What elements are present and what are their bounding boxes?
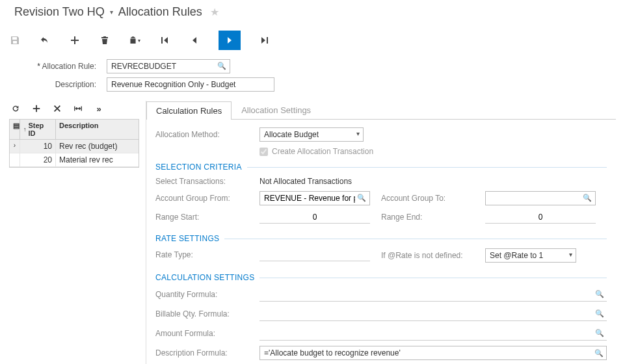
row-step: 10 xyxy=(20,140,56,153)
undo-icon[interactable] xyxy=(39,34,51,46)
save-icon[interactable] xyxy=(9,34,21,46)
description-input[interactable] xyxy=(107,77,274,92)
first-icon[interactable] xyxy=(159,34,170,46)
delete-icon[interactable] xyxy=(99,34,111,46)
select-trans-value: Not Allocated Transactions xyxy=(259,177,352,186)
allocation-rule-input[interactable] xyxy=(107,59,230,73)
row-step: 20 xyxy=(20,153,56,166)
select-trans-label: Select Transactions: xyxy=(155,177,259,186)
billable-qty-formula-input[interactable]: 🔍 xyxy=(259,307,607,321)
allocation-rule-label: Allocation Rule: xyxy=(9,62,107,71)
create-alloc-trans-checkbox xyxy=(259,148,268,156)
allocation-method-label: Allocation Method: xyxy=(155,130,259,139)
billable-qty-formula-label: Billable Qty. Formula: xyxy=(155,309,259,318)
search-icon: 🔍 xyxy=(595,309,604,318)
quantity-formula-input[interactable]: 🔍 xyxy=(259,287,607,302)
section-selection-criteria: SELECTION CRITERIA xyxy=(155,162,242,172)
account-group-to-input[interactable] xyxy=(485,191,596,205)
grid-add-icon[interactable] xyxy=(31,103,42,114)
range-end-label: Range End: xyxy=(381,213,485,222)
rate-undefined-label: If @Rate is not defined: xyxy=(381,251,485,260)
clipboard-icon[interactable]: ▾ xyxy=(129,34,140,46)
next-icon[interactable] xyxy=(219,31,241,50)
add-icon[interactable] xyxy=(69,34,81,46)
search-icon: 🔍 xyxy=(595,290,604,298)
range-start-label: Range Start: xyxy=(155,213,259,222)
rate-type-label: Rate Type: xyxy=(155,250,259,259)
account-group-from-label: Account Group From: xyxy=(155,194,259,203)
page-title-org: Revision Two HQ xyxy=(14,5,105,19)
grid-fit-icon[interactable] xyxy=(73,103,83,114)
description-label: Description: xyxy=(9,80,107,89)
grid-delete-icon[interactable] xyxy=(52,103,62,114)
chevron-down-icon[interactable]: ▾ xyxy=(110,8,113,16)
star-icon[interactable]: ★ xyxy=(210,6,219,18)
grid-header-indicator[interactable]: ▤ xyxy=(10,120,20,139)
last-icon[interactable] xyxy=(259,34,271,46)
description-formula-input[interactable]: ='Allocate budget to recognize revenue'🔍 xyxy=(259,346,607,360)
row-indicator xyxy=(10,153,20,166)
prev-icon[interactable] xyxy=(189,34,200,46)
amount-formula-label: Amount Formula: xyxy=(155,329,259,338)
tab-allocation-settings[interactable]: Allocation Settings xyxy=(232,101,321,119)
tab-calculation-rules[interactable]: Calculation Rules xyxy=(146,101,232,120)
grid-more-icon[interactable]: » xyxy=(94,103,104,114)
range-end-input[interactable] xyxy=(485,211,596,224)
page-title-module: Allocation Rules xyxy=(118,5,202,19)
row-desc: Material rev rec xyxy=(56,153,139,166)
allocation-method-select[interactable]: Allocate Budget xyxy=(259,127,364,142)
steps-grid: ▤ ↑Step ID Description ›10Rev rec (budge… xyxy=(9,119,139,168)
account-group-to-label: Account Group To: xyxy=(381,194,485,203)
table-row[interactable]: ›10Rev rec (budget) xyxy=(10,140,139,153)
create-alloc-trans-label: Create Allocation Transaction xyxy=(272,147,373,156)
search-icon: 🔍 xyxy=(595,329,604,337)
description-formula-label: Description Formula: xyxy=(155,348,259,358)
section-rate-settings: RATE SETTINGS xyxy=(155,234,219,243)
section-calc-settings: CALCULATION SETTINGS xyxy=(155,273,254,282)
range-start-input[interactable] xyxy=(259,211,370,224)
grid-header-step[interactable]: ↑Step ID xyxy=(20,120,56,139)
row-indicator: › xyxy=(10,140,20,153)
search-icon: 🔍 xyxy=(594,349,604,358)
amount-formula-input[interactable]: 🔍 xyxy=(259,326,607,341)
quantity-formula-label: Quantity Formula: xyxy=(155,290,259,299)
grid-header-desc[interactable]: Description xyxy=(56,120,139,139)
row-desc: Rev rec (budget) xyxy=(56,140,139,153)
rate-type-input[interactable] xyxy=(259,248,370,261)
grid-refresh-icon[interactable] xyxy=(10,103,21,114)
rate-undefined-select[interactable]: Set @Rate to 1 xyxy=(485,248,576,263)
table-row[interactable]: 20Material rev rec xyxy=(10,153,139,167)
account-group-from-input[interactable] xyxy=(259,191,370,205)
